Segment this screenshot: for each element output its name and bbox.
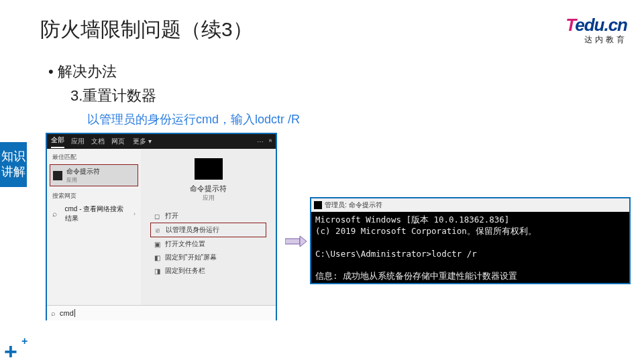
svg-marker-1 bbox=[300, 236, 307, 247]
app-sub: 应用 bbox=[203, 194, 215, 202]
tab-more[interactable]: 更多 ▾ bbox=[133, 137, 152, 146]
instruction-text: 以管理员的身份运行cmd，输入lodctr /R bbox=[87, 111, 300, 127]
cmd-icon bbox=[53, 171, 62, 180]
arrow-icon bbox=[285, 235, 307, 248]
chevron-right-icon: › bbox=[133, 210, 136, 217]
search-input-icon: ⌕ bbox=[51, 309, 56, 317]
bullet-main: • 解决办法 bbox=[48, 62, 117, 82]
tab-web[interactable]: 网页 bbox=[111, 137, 125, 146]
cmd-output: Microsoft Windows [版本 10.0.18362.836] (c… bbox=[311, 212, 629, 283]
menu-open[interactable]: ◻打开 bbox=[150, 209, 266, 223]
cmd-title-text: 管理员: 命令提示符 bbox=[325, 200, 382, 210]
search-left-panel: 最佳匹配 命令提示符 应用 搜索网页 cmd - 查看网络搜索结果 › bbox=[47, 149, 141, 305]
app-thumbnail bbox=[195, 158, 223, 180]
logo-block: Tedu.cn 达内教育 bbox=[566, 15, 627, 46]
folder-icon: ▣ bbox=[153, 240, 161, 248]
corner-decoration: + + bbox=[4, 345, 17, 358]
svg-rect-0 bbox=[285, 239, 300, 244]
side-tab: 知识讲解 bbox=[0, 142, 27, 187]
web-search-text: cmd - 查看网络搜索结果 bbox=[65, 204, 129, 223]
bullet-sub: 3.重置计数器 bbox=[70, 86, 156, 106]
pin-start-icon: ◧ bbox=[153, 253, 161, 261]
logo-edu: edu bbox=[575, 15, 604, 35]
menu-pin-taskbar[interactable]: ◨固定到任务栏 bbox=[150, 264, 266, 278]
logo-cn: .cn bbox=[604, 15, 627, 35]
cmd-titlebar: 管理员: 命令提示符 bbox=[311, 198, 629, 212]
tab-app[interactable]: 应用 bbox=[71, 137, 85, 146]
best-match-title: 命令提示符 bbox=[66, 167, 100, 176]
search-icon bbox=[52, 209, 61, 219]
best-match-sub: 应用 bbox=[66, 176, 100, 184]
search-input-text: cmd bbox=[60, 309, 74, 317]
search-right-panel: 命令提示符 应用 ◻打开 ⎚以管理员身份运行 ▣打开文件位置 ◧固定到"开始"屏… bbox=[141, 149, 276, 305]
web-search-item[interactable]: cmd - 查看网络搜索结果 › bbox=[47, 202, 141, 226]
logo-sub: 达内教育 bbox=[566, 34, 627, 46]
slide-title: 防火墙限制问题（续3） bbox=[40, 16, 253, 44]
menu-pin-start[interactable]: ◧固定到"开始"屏幕 bbox=[150, 251, 266, 264]
open-icon: ◻ bbox=[153, 212, 161, 220]
cmd-title-icon bbox=[314, 201, 322, 209]
tab-all[interactable]: 全部 bbox=[51, 135, 64, 148]
tab-overflow-icon[interactable]: ⋯ ᴿ bbox=[257, 138, 272, 145]
logo-t: T bbox=[566, 15, 575, 35]
tab-doc[interactable]: 文档 bbox=[91, 137, 105, 146]
best-match-item[interactable]: 命令提示符 应用 bbox=[50, 164, 138, 186]
search-tabs: 全部 应用 文档 网页 更多 ▾ ⋯ ᴿ bbox=[47, 134, 276, 149]
menu-run-admin[interactable]: ⎚以管理员身份运行 bbox=[150, 223, 266, 237]
cursor bbox=[74, 309, 75, 317]
cmd-window: 管理员: 命令提示符 Microsoft Windows [版本 10.0.18… bbox=[310, 197, 631, 284]
menu-file-location[interactable]: ▣打开文件位置 bbox=[150, 237, 266, 251]
search-window: 全部 应用 文档 网页 更多 ▾ ⋯ ᴿ 最佳匹配 命令提示符 应用 搜索网页 … bbox=[46, 133, 277, 320]
pin-task-icon: ◨ bbox=[153, 267, 161, 275]
section-web-search: 搜索网页 bbox=[47, 188, 141, 202]
search-input-bar[interactable]: ⌕ cmd bbox=[47, 305, 276, 320]
admin-icon: ⎚ bbox=[154, 226, 162, 234]
app-title: 命令提示符 bbox=[190, 184, 227, 194]
section-best-match: 最佳匹配 bbox=[47, 149, 141, 163]
